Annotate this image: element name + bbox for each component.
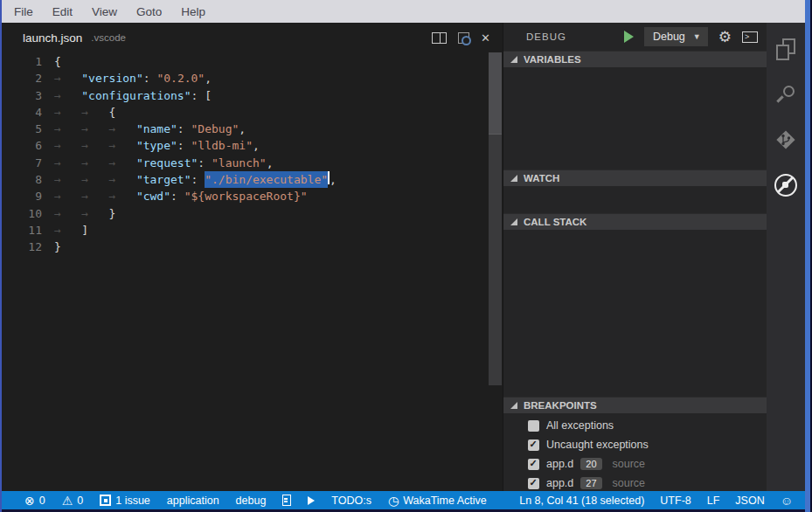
code-line[interactable]: 9→→→"cwd": "${workspaceRoot}" <box>2 188 503 204</box>
code-line[interactable]: 11→] <box>2 222 503 239</box>
menu-item-help[interactable]: Help <box>171 5 215 18</box>
menu-item-file[interactable]: File <box>14 5 43 18</box>
editor-title-bar: launch.json .vscode ✕ <box>2 23 503 52</box>
project-status[interactable]: application <box>167 495 219 507</box>
preview-search-icon[interactable] <box>458 32 469 44</box>
code-token: , <box>205 70 212 86</box>
code-editor[interactable]: 1{2→"version": "0.2.0",3→"configurations… <box>2 52 503 491</box>
debug-console-icon[interactable]: > <box>742 31 758 43</box>
tab-launch-json[interactable]: launch.json <box>23 31 82 45</box>
code-token: "0.2.0" <box>156 70 205 86</box>
line-number: 5 <box>2 121 42 137</box>
call-stack-body <box>503 230 767 397</box>
run-status[interactable] <box>308 496 315 505</box>
code-line[interactable]: 6→→→"type": "lldb-mi", <box>2 137 503 154</box>
status-bar: ⊗ 0 ⚠ 0 1 issue application debug TODO:s… <box>2 491 805 509</box>
line-number: 7 <box>2 155 42 171</box>
language-mode-status[interactable]: JSON <box>735 495 764 507</box>
code-token: { <box>54 53 61 70</box>
code-token: , <box>330 171 337 188</box>
breakpoint-row-all-exceptions[interactable]: All exceptions <box>503 416 767 435</box>
document-icon <box>282 495 291 506</box>
feedback-status[interactable]: ☺ <box>781 495 793 507</box>
section-header-variables[interactable]: VARIABLES <box>503 51 767 67</box>
smiley-icon: ☺ <box>781 495 793 507</box>
code-line[interactable]: 7→→→"request": "launch", <box>2 155 503 171</box>
checkbox[interactable] <box>528 459 539 470</box>
todo-status[interactable]: TODO:s <box>331 495 371 507</box>
split-editor-icon[interactable] <box>432 32 447 44</box>
tab-whitespace-icon: → <box>54 121 81 137</box>
git-icon[interactable] <box>767 117 805 163</box>
tab-whitespace-icon: → <box>81 137 108 154</box>
code-token: : <box>198 155 212 171</box>
scrollbar-thumb[interactable] <box>489 52 502 135</box>
error-count[interactable]: ⊗ 0 <box>24 495 45 507</box>
cursor-position-status[interactable]: Ln 8, Col 41 (18 selected) <box>519 495 644 507</box>
search-icon[interactable] <box>767 72 805 117</box>
menu-item-view[interactable]: View <box>82 5 127 18</box>
code-line[interactable]: 10→→} <box>2 205 503 222</box>
section-header-watch[interactable]: WATCH <box>503 170 767 186</box>
window-border-left <box>0 0 2 512</box>
menu-item-edit[interactable]: Edit <box>43 5 82 18</box>
code-token: , <box>239 121 246 137</box>
checkbox[interactable] <box>528 439 539 451</box>
build-config-status[interactable]: debug <box>236 495 267 507</box>
variables-header-label: VARIABLES <box>524 54 581 65</box>
close-icon[interactable]: ✕ <box>481 32 490 44</box>
breakpoint-label: app.d <box>546 477 573 489</box>
debug-panel-title: DEBUG <box>526 31 566 42</box>
debug-icon[interactable] <box>767 163 805 208</box>
code-line[interactable]: 4→→{ <box>2 104 503 121</box>
warning-count[interactable]: ⚠ 0 <box>62 495 84 507</box>
code-line[interactable]: 5→→→"name": "Debug", <box>2 121 503 137</box>
breakpoint-row-app-d-27[interactable]: app.d 27 source <box>503 474 767 493</box>
issues-status[interactable]: 1 issue <box>100 495 150 507</box>
checkbox[interactable] <box>528 420 539 432</box>
explorer-icon[interactable] <box>767 26 805 72</box>
breakpoint-source-label: source <box>613 477 646 489</box>
window-border-right <box>805 0 812 512</box>
build-file-status[interactable] <box>282 495 291 506</box>
menu-item-goto[interactable]: Goto <box>127 5 171 18</box>
breakpoint-row-uncaught-exceptions[interactable]: Uncaught exceptions <box>503 435 767 454</box>
code-token: "name" <box>136 121 177 137</box>
code-token: : <box>177 137 191 154</box>
code-line[interactable]: 2→"version": "0.2.0", <box>2 70 503 86</box>
code-line[interactable]: 12} <box>2 239 503 255</box>
tab-whitespace-icon: → <box>54 87 81 104</box>
tab-whitespace-icon: → <box>81 188 108 204</box>
wakatime-status[interactable]: ◷ WakaTime Active <box>388 495 487 507</box>
tab-whitespace-icon: → <box>109 137 136 154</box>
code-token: : <box>177 121 191 137</box>
tab-whitespace-icon: → <box>81 104 108 121</box>
code-token: : [ <box>191 87 212 104</box>
code-token: } <box>109 205 116 222</box>
breakpoint-label: All exceptions <box>546 419 614 432</box>
debug-config-dropdown[interactable]: Debug ▼ <box>644 27 708 46</box>
section-header-breakpoints[interactable]: BREAKPOINTS <box>503 397 767 413</box>
code-token: ] <box>81 222 88 239</box>
checkbox[interactable] <box>528 478 539 489</box>
eol-status[interactable]: LF <box>707 495 720 507</box>
start-debug-icon[interactable] <box>624 31 634 43</box>
editor-scrollbar[interactable] <box>489 52 502 385</box>
encoding-status[interactable]: UTF-8 <box>660 495 691 507</box>
code-line[interactable]: 1{ <box>2 53 503 70</box>
code-token: "cwd" <box>136 188 170 204</box>
line-number: 2 <box>2 70 42 86</box>
tab-whitespace-icon: → <box>109 171 136 188</box>
line-number: 11 <box>2 222 42 239</box>
breakpoint-row-app-d-20[interactable]: app.d 20 source <box>503 454 767 474</box>
clock-icon: ◷ <box>388 495 399 507</box>
code-token: , <box>267 155 274 171</box>
code-line[interactable]: 3→"configurations": [ <box>2 87 503 104</box>
code-line[interactable]: 8→→→"target": "./bin/executable", <box>2 171 503 188</box>
section-header-call-stack[interactable]: CALL STACK <box>503 213 767 230</box>
vscode-window: File Edit View Goto Help launch.json .vs… <box>0 0 812 512</box>
configure-gear-icon[interactable]: ⚙ <box>718 30 732 45</box>
breakpoints-header-label: BREAKPOINTS <box>524 400 597 411</box>
section-expand-icon <box>510 402 517 409</box>
breakpoint-label: app.d <box>546 458 573 470</box>
